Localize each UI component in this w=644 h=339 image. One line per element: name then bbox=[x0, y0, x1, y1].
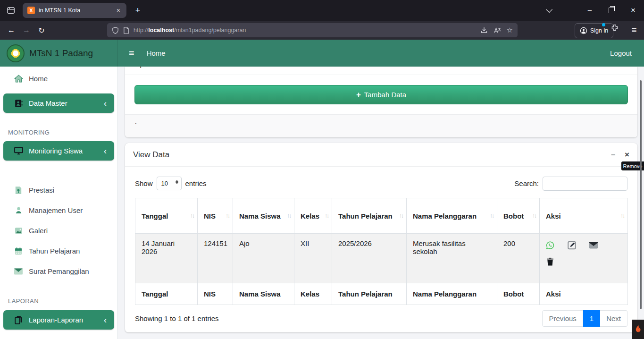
pagination-previous[interactable]: Previous bbox=[542, 310, 583, 327]
plus-icon: + bbox=[356, 90, 361, 100]
pagination-page-1[interactable]: 1 bbox=[583, 310, 600, 327]
new-tab-button[interactable]: + bbox=[132, 5, 143, 16]
list-tabs-button[interactable] bbox=[538, 0, 560, 21]
desktop-icon bbox=[14, 146, 23, 156]
minimize-button[interactable]: – bbox=[579, 0, 601, 21]
whatsapp-button[interactable] bbox=[546, 241, 554, 249]
sort-icon: ↑↓ bbox=[190, 212, 194, 219]
copy-icon bbox=[14, 315, 23, 325]
screen: X in MTSN 1 Kota × + – × ← → ↻ http://lo… bbox=[0, 0, 644, 339]
url-bar[interactable]: http://localhost/mtsn1padang/pelanggaran… bbox=[107, 23, 518, 37]
mail-button[interactable] bbox=[589, 241, 598, 249]
column-header-nama-siswa[interactable]: Nama Siswa↑↓ bbox=[233, 198, 294, 234]
view-data-card: View Data − × Show 10 entries bbox=[125, 143, 637, 332]
table-footer-row: Tanggal NIS Nama Siswa Kelas Tahun Pelaj… bbox=[135, 283, 628, 305]
scrollbar-thumb[interactable] bbox=[640, 80, 642, 309]
sidebar-toggle-icon[interactable]: ≡ bbox=[129, 48, 134, 59]
pagination-next[interactable]: Next bbox=[600, 310, 627, 327]
top-navbar: ≡ Home Logout bbox=[118, 40, 644, 67]
sidebar-item-manajemen-user[interactable]: Manajemen User bbox=[0, 200, 117, 220]
sidebar-item-surat-pemanggilan[interactable]: Surat Pemanggilan bbox=[0, 261, 117, 281]
sort-icon: ↑↓ bbox=[287, 212, 291, 219]
tambah-data-button[interactable]: + Tambah Data bbox=[134, 85, 628, 104]
search-input[interactable] bbox=[543, 177, 627, 191]
back-button[interactable]: ← bbox=[4, 24, 19, 37]
debug-toolbar-toggle[interactable] bbox=[632, 320, 644, 339]
flame-icon bbox=[635, 324, 642, 334]
page-size-value: 10 bbox=[161, 180, 168, 187]
firefox-view-icon bbox=[7, 6, 15, 15]
sidebar-item-prestasi[interactable]: Prestasi bbox=[0, 180, 117, 200]
column-header-tanggal[interactable]: Tanggal↑↓ bbox=[135, 198, 198, 234]
bookmark-star-icon[interactable]: ☆ bbox=[507, 26, 513, 34]
input-data-card-header: Input Data × bbox=[125, 67, 637, 75]
address-book-icon bbox=[14, 99, 23, 108]
edit-button[interactable] bbox=[568, 241, 576, 249]
sidebar-item-data-master[interactable]: Data Master ‹ bbox=[3, 93, 114, 113]
url-path: /mtsn1padang/pelanggaran bbox=[174, 27, 246, 34]
navbar-logout-link[interactable]: Logout bbox=[610, 49, 632, 57]
column-header-kelas[interactable]: Kelas↑↓ bbox=[294, 198, 332, 234]
app-menu-button[interactable]: ≡ bbox=[627, 24, 641, 37]
close-icon[interactable]: × bbox=[625, 67, 629, 68]
navbar-home-link[interactable]: Home bbox=[147, 49, 166, 57]
sidebar-item-label: Manajemen User bbox=[29, 206, 83, 214]
card-title: Input Data bbox=[133, 67, 170, 69]
brand-header[interactable]: MTsN 1 Padang bbox=[0, 40, 118, 67]
restore-button[interactable] bbox=[601, 0, 622, 21]
main-content: Input Data × + Tambah Data ` View Data − bbox=[118, 67, 644, 339]
column-header-nis[interactable]: NIS↑↓ bbox=[198, 198, 233, 234]
page-info-icon[interactable] bbox=[123, 27, 129, 34]
sidebar-item-galeri[interactable]: Galeri bbox=[0, 220, 117, 241]
sidebar-item-label: Monitoring Siswa bbox=[29, 147, 83, 155]
firefox-view-button[interactable] bbox=[4, 4, 18, 17]
card-title: View Data bbox=[133, 150, 169, 160]
footer-header-tanggal: Tanggal bbox=[135, 283, 198, 305]
collapse-icon[interactable]: − bbox=[611, 151, 615, 159]
sort-icon: ↑↓ bbox=[620, 212, 624, 219]
sort-icon: ↑↓ bbox=[490, 212, 493, 219]
signin-button[interactable]: Sign in bbox=[575, 23, 613, 38]
restore-icon bbox=[609, 8, 614, 13]
close-window-button[interactable]: × bbox=[622, 0, 644, 21]
account-icon bbox=[580, 27, 587, 34]
school-logo bbox=[7, 44, 25, 62]
download-icon[interactable] bbox=[480, 26, 488, 34]
sort-icon: ↑↓ bbox=[325, 212, 328, 219]
page-size-select[interactable]: 10 bbox=[157, 177, 182, 190]
entries-label: entries bbox=[185, 179, 207, 187]
sidebar-item-tahun-pelajaran[interactable]: Tahun Pelajaran bbox=[0, 241, 117, 261]
sidebar-item-monitoring-siswa[interactable]: Monitoring Siswa ‹ bbox=[3, 141, 114, 161]
column-header-tahun-pelajaran[interactable]: Tahun Pelajaran↑↓ bbox=[332, 198, 407, 234]
remove-icon[interactable]: × bbox=[625, 150, 629, 160]
column-header-nama-pelanggaran[interactable]: Nama Pelanggaran↑↓ bbox=[407, 198, 497, 234]
sidebar-item-label: Tahun Pelajaran bbox=[29, 247, 80, 255]
sort-icon: ↑↓ bbox=[399, 212, 403, 219]
shield-icon[interactable] bbox=[112, 27, 119, 34]
notification-dot bbox=[602, 23, 605, 26]
view-data-card-header: View Data − × bbox=[125, 143, 637, 167]
url-scheme: http:// bbox=[134, 27, 148, 34]
browser-tab[interactable]: X in MTSN 1 Kota × bbox=[23, 3, 126, 18]
footer-header-bobot: Bobot bbox=[497, 283, 540, 305]
minimize-icon: – bbox=[588, 6, 592, 14]
extensions-button[interactable] bbox=[611, 24, 619, 32]
show-label: Show bbox=[135, 179, 153, 187]
footer-text: ` bbox=[135, 122, 137, 130]
footer-header-nama-pelanggaran: Nama Pelanggaran bbox=[407, 283, 497, 305]
column-header-aksi[interactable]: Aksi↑↓ bbox=[540, 198, 628, 234]
forward-button[interactable]: → bbox=[19, 24, 34, 37]
translate-icon[interactable] bbox=[493, 26, 501, 34]
reload-button[interactable]: ↻ bbox=[34, 24, 49, 37]
delete-button[interactable] bbox=[546, 257, 554, 266]
table-row: 14 Januari 2026 124151 Ajo XII 2025/2026… bbox=[135, 234, 628, 283]
chevron-left-icon: ‹ bbox=[104, 316, 107, 324]
column-header-bobot[interactable]: Bobot↑↓ bbox=[497, 198, 540, 234]
tab-close-icon[interactable]: × bbox=[115, 7, 122, 14]
select-spinner-icon bbox=[176, 180, 178, 184]
sidebar-item-home[interactable]: Home bbox=[0, 70, 117, 87]
sort-icon: ↑↓ bbox=[226, 212, 229, 219]
sidebar-item-laporan-laporan[interactable]: Laporan-Laporan ‹ bbox=[3, 310, 114, 330]
cell-aksi bbox=[540, 234, 628, 283]
footer-header-aksi: Aksi bbox=[540, 283, 628, 305]
